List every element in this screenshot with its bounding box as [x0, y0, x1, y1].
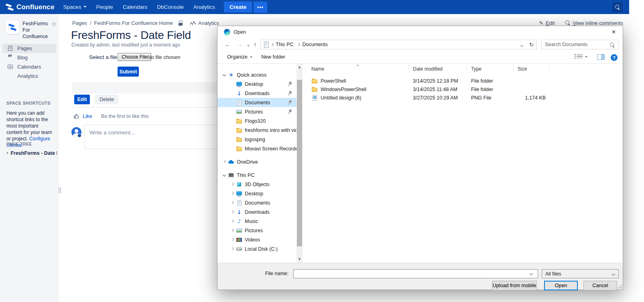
tree-expand-chevron[interactable]	[230, 218, 236, 225]
page-edit-button[interactable]: Edit	[74, 95, 90, 104]
nav-item[interactable]: Calendars	[123, 4, 148, 10]
tree-expand-chevron[interactable]	[230, 127, 236, 134]
tree-item[interactable]: Documents	[217, 98, 297, 107]
nav-item[interactable]: People	[96, 4, 113, 10]
tree-expand-chevron[interactable]	[230, 136, 236, 143]
tree-expand-chevron[interactable]	[230, 90, 236, 97]
tree-item[interactable]: Desktop	[217, 189, 297, 198]
nav-item[interactable]: Spaces	[63, 4, 87, 10]
address-dropdown-chevron[interactable]	[520, 43, 523, 47]
address-bar[interactable]: This PC Documents	[260, 40, 527, 49]
organize-menu[interactable]: Organize	[227, 54, 252, 60]
file-row[interactable]: PowerShell 3/14/2025 12:18 PM File folde…	[307, 77, 623, 85]
help-button[interactable]: ?	[611, 54, 618, 61]
tree-expand-chevron[interactable]	[230, 227, 236, 234]
sidebar-item[interactable]: Calendars	[2, 62, 57, 71]
tree-item[interactable]: Quick access	[217, 70, 297, 79]
dialog-titlebar[interactable]: Open ×	[217, 26, 623, 38]
column-header-type[interactable]: Type	[467, 64, 514, 74]
tree-item[interactable]: Videos	[217, 235, 297, 244]
tree-item[interactable]: Movavi Screen Recorder	[217, 144, 297, 153]
tree-item[interactable]: Pictures	[217, 226, 297, 235]
tree-expand-chevron[interactable]	[230, 209, 236, 215]
search-button[interactable]	[612, 2, 623, 12]
tree-item[interactable]: OneDrive	[217, 157, 297, 166]
like-link[interactable]: Like	[83, 113, 92, 119]
tree-item[interactable]: freshforms intro with video	[217, 126, 297, 135]
tree-item[interactable]: Downloads	[217, 207, 297, 217]
back-button[interactable]: ←	[225, 40, 231, 49]
tree-expand-chevron[interactable]	[221, 159, 228, 165]
up-button[interactable]: ↑	[254, 40, 257, 49]
restrictions-lock-icon[interactable]	[178, 20, 183, 26]
tree-item[interactable]: Desktop	[217, 79, 297, 89]
page-edit-link[interactable]: ✎ Edit	[539, 20, 555, 26]
tree-expand-chevron[interactable]	[230, 81, 236, 87]
choose-file-button[interactable]: Choose File	[118, 53, 151, 61]
tree-item[interactable]: Flogo320	[217, 116, 297, 126]
column-header-name[interactable]: Name	[307, 64, 409, 74]
scroll-up-arrow[interactable]: ▲	[297, 64, 303, 71]
submit-button[interactable]: Submit	[118, 67, 139, 77]
preview-pane-button[interactable]	[597, 54, 605, 60]
cancel-button[interactable]: Cancel	[583, 281, 617, 290]
tree-expand-chevron[interactable]	[230, 237, 236, 243]
tree-item[interactable]: logospng	[217, 135, 297, 144]
nav-item[interactable]: DbConsole	[157, 4, 184, 10]
more-button[interactable]: •••	[254, 2, 267, 13]
resize-grip[interactable]	[618, 284, 622, 289]
tree-expand-chevron[interactable]	[230, 109, 236, 115]
refresh-button[interactable]: ↻	[526, 40, 537, 49]
tree-expand-chevron[interactable]	[230, 191, 236, 197]
breadcrumb-analytics-link[interactable]: Analytics	[189, 20, 219, 26]
page-delete-button[interactable]: Delete	[95, 95, 118, 104]
tree-item[interactable]: Documents	[217, 198, 297, 207]
tree-item[interactable]: 3D Objects	[217, 180, 297, 189]
scrollbar-thumb[interactable]	[297, 80, 302, 246]
upload-from-mobile-button[interactable]: Upload from mobile	[492, 281, 537, 290]
view-mode-button[interactable]	[577, 54, 587, 59]
space-logo[interactable]	[6, 20, 19, 34]
comment-input[interactable]: Write a comment...	[84, 125, 223, 149]
sidebar-item[interactable]: Analytics	[2, 71, 57, 81]
tree-item[interactable]: Local Disk (C:)	[217, 244, 297, 253]
tree-scrollbar[interactable]: ▲ ▼	[297, 64, 303, 263]
create-button[interactable]: Create	[224, 2, 252, 12]
breadcrumb-home-link[interactable]: FeshForms For Confluence Home	[94, 20, 173, 26]
search-input[interactable]	[545, 41, 609, 49]
address-crumb[interactable]: Documents	[296, 42, 330, 47]
scroll-down-arrow[interactable]: ▼	[297, 256, 303, 263]
tree-expand-chevron[interactable]	[230, 99, 236, 106]
new-folder-button[interactable]: New folder	[261, 54, 285, 60]
breadcrumb-pages-link[interactable]: Pages	[72, 20, 87, 26]
file-name-input[interactable]	[293, 269, 538, 278]
tree-expand-chevron[interactable]	[221, 172, 228, 178]
tree-expand-chevron[interactable]	[230, 146, 236, 152]
close-icon[interactable]: ×	[605, 26, 623, 38]
tree-expand-chevron[interactable]	[230, 181, 236, 188]
tree-expand-chevron[interactable]	[221, 72, 228, 78]
favorite-star-icon[interactable]: ☆	[51, 20, 57, 40]
view-inline-comments-link[interactable]: View inline comments	[565, 20, 623, 26]
column-header-date-modified[interactable]: Date modified	[409, 64, 467, 74]
forward-button[interactable]: →	[237, 40, 243, 49]
sidebar-item[interactable]: Pages	[2, 44, 57, 53]
file-type-select[interactable]: All files	[542, 269, 619, 278]
file-row[interactable]: Untitled design (6) 3/27/2025 10:29 AM P…	[307, 93, 623, 102]
tree-expand-chevron[interactable]	[230, 118, 236, 124]
recent-locations-chevron[interactable]: ˅	[247, 41, 250, 50]
confluence-home-link[interactable]: Confluence	[6, 3, 55, 11]
tree-item[interactable]: Music	[217, 217, 297, 226]
tree-expand-chevron[interactable]	[230, 200, 236, 206]
column-header-size[interactable]: Size	[514, 64, 550, 74]
tree-item[interactable]: Downloads	[217, 89, 297, 98]
tree-expand-chevron[interactable]	[230, 246, 236, 252]
file-row[interactable]: WindowsPowerShell 3/14/2025 11:48 AM Fil…	[307, 85, 623, 93]
tree-item[interactable]: Pictures	[217, 107, 297, 116]
sidebar-resize-handle[interactable]	[59, 187, 61, 193]
open-button[interactable]: Open	[544, 281, 578, 290]
address-crumb[interactable]: This PC	[269, 42, 296, 47]
nav-item[interactable]: Analytics	[193, 4, 215, 10]
page-tree-item[interactable]: •FreshForms - Date Fi	[6, 150, 57, 156]
tree-item[interactable]: This PC	[217, 170, 297, 180]
